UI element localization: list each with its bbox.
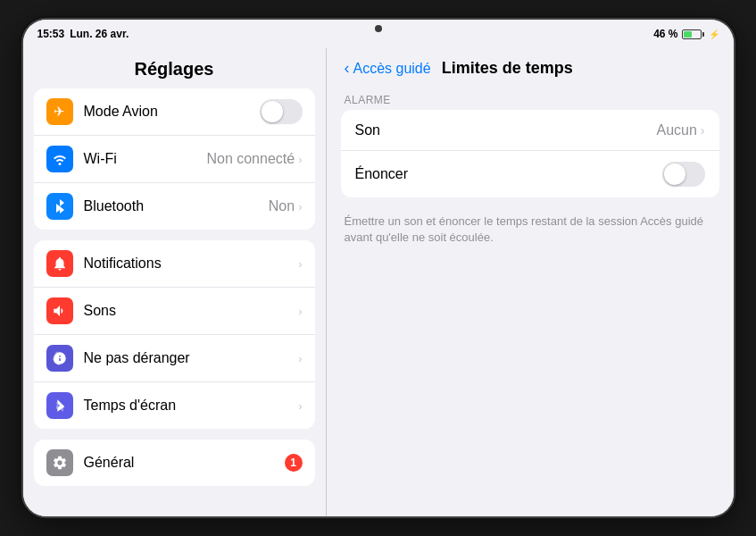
detail-description: Émettre un son et énoncer le temps resta… bbox=[327, 208, 734, 260]
back-chevron-icon: ‹ bbox=[345, 59, 350, 78]
enoncer-toggle[interactable] bbox=[662, 162, 705, 187]
battery-icon bbox=[682, 29, 704, 39]
settings-item-general[interactable]: Général 1 bbox=[34, 440, 315, 486]
ipad-frame: 15:53 Lun. 26 avr. 46 % ⚡ Réglages bbox=[21, 18, 735, 518]
charging-icon: ⚡ bbox=[709, 29, 719, 39]
son-label: Son bbox=[355, 122, 657, 138]
section-header-alarme: ALARME bbox=[327, 87, 734, 110]
settings-item-sounds[interactable]: Sons › bbox=[34, 288, 315, 335]
camera-dot bbox=[375, 25, 382, 32]
airplane-icon: ✈ bbox=[46, 98, 73, 125]
settings-item-bluetooth[interactable]: Bluetooth Non › bbox=[34, 183, 315, 230]
settings-panel: Réglages ✈ Mode Avion bbox=[23, 48, 327, 516]
settings-item-dnd[interactable]: Ne pas déranger › bbox=[34, 335, 315, 382]
dnd-icon bbox=[46, 345, 73, 372]
settings-item-airplane[interactable]: ✈ Mode Avion bbox=[34, 88, 315, 136]
settings-group-connectivity: ✈ Mode Avion Wi-Fi Non connecté bbox=[34, 88, 315, 230]
settings-item-screentime[interactable]: Temps d'écran › bbox=[34, 382, 315, 429]
settings-item-wifi[interactable]: Wi-Fi Non connecté › bbox=[34, 136, 315, 183]
detail-header: ‹ Accès guidé Limites de temps bbox=[327, 48, 734, 87]
status-bar: 15:53 Lun. 26 avr. 46 % ⚡ bbox=[23, 20, 734, 48]
sounds-label: Sons bbox=[84, 303, 299, 319]
son-chevron-icon: › bbox=[701, 123, 705, 138]
wifi-chevron: › bbox=[298, 153, 302, 166]
notifications-icon bbox=[46, 250, 73, 277]
wifi-label: Wi-Fi bbox=[84, 151, 207, 167]
settings-title: Réglages bbox=[23, 48, 326, 88]
main-content: Réglages ✈ Mode Avion bbox=[23, 48, 734, 516]
detail-title: Limites de temps bbox=[442, 59, 573, 78]
ipad-screen: 15:53 Lun. 26 avr. 46 % ⚡ Réglages bbox=[23, 20, 734, 516]
battery-tip bbox=[702, 32, 704, 37]
general-label: Général bbox=[84, 455, 285, 471]
status-left: 15:53 Lun. 26 avr. bbox=[37, 28, 129, 40]
detail-group-alarme: Son Aucun › Énoncer bbox=[341, 110, 719, 197]
battery-fill bbox=[684, 31, 693, 38]
bluetooth-label: Bluetooth bbox=[84, 198, 269, 214]
general-icon bbox=[46, 449, 73, 476]
enoncer-label: Énoncer bbox=[355, 166, 662, 182]
detail-item-son[interactable]: Son Aucun › bbox=[341, 110, 719, 151]
airplane-label: Mode Avion bbox=[84, 104, 260, 120]
sounds-icon bbox=[46, 297, 73, 324]
notifications-chevron: › bbox=[298, 257, 302, 271]
back-label: Accès guidé bbox=[353, 61, 431, 77]
settings-item-notifications[interactable]: Notifications › bbox=[34, 240, 315, 288]
wifi-icon bbox=[46, 146, 73, 172]
settings-group-general: Général 1 bbox=[34, 440, 315, 486]
bluetooth-chevron: › bbox=[298, 200, 302, 214]
screentime-icon bbox=[46, 392, 73, 419]
battery-percent: 46 % bbox=[653, 28, 677, 40]
airplane-toggle[interactable] bbox=[260, 99, 303, 124]
sounds-chevron: › bbox=[298, 305, 302, 318]
status-time: 15:53 bbox=[37, 28, 65, 40]
son-value: Aucun bbox=[656, 122, 696, 138]
screentime-chevron: › bbox=[298, 399, 302, 413]
screentime-label: Temps d'écran bbox=[84, 398, 299, 414]
dnd-label: Ne pas déranger bbox=[84, 350, 299, 366]
notifications-label: Notifications bbox=[84, 255, 299, 272]
settings-group-notifications: Notifications › Sons › bbox=[34, 240, 315, 429]
status-right: 46 % ⚡ bbox=[653, 28, 719, 40]
bluetooth-icon bbox=[46, 193, 73, 220]
battery-body bbox=[682, 29, 702, 39]
detail-item-enoncer[interactable]: Énoncer bbox=[341, 151, 719, 197]
back-button[interactable]: ‹ Accès guidé bbox=[345, 59, 431, 78]
detail-panel: ‹ Accès guidé Limites de temps ALARME So… bbox=[327, 48, 734, 516]
bluetooth-value: Non bbox=[269, 198, 295, 214]
dnd-chevron: › bbox=[298, 352, 302, 365]
general-badge: 1 bbox=[285, 454, 303, 472]
status-date: Lun. 26 avr. bbox=[70, 28, 129, 40]
wifi-value: Non connecté bbox=[206, 151, 295, 167]
